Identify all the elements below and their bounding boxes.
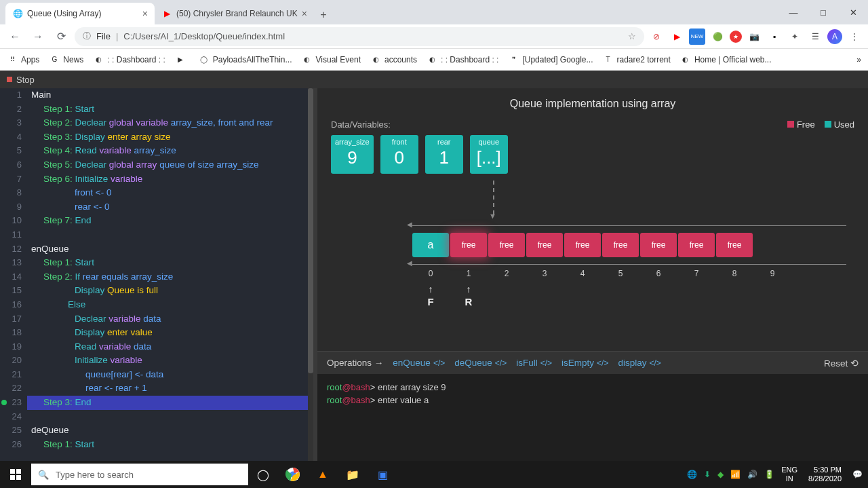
start-button[interactable] [0, 461, 31, 488]
bookmark-label: Apps [21, 55, 39, 64]
operation-button[interactable]: display </> [618, 358, 660, 368]
terminal-line: root@bash> enter array size 9 [327, 381, 859, 394]
array-index: 4 [564, 269, 601, 278]
array-index: 9 [754, 269, 791, 278]
app-root: Stop 12345678910111213141516171819202122… [0, 71, 868, 461]
control-bar: Stop [0, 71, 868, 88]
ext-icon[interactable]: ▶ [669, 29, 685, 45]
variable-box: array_size9 [331, 135, 374, 174]
profile-icon[interactable]: A [827, 29, 842, 44]
bookmark-item[interactable]: Tradare2 torrent [603, 54, 671, 65]
close-icon[interactable]: × [142, 8, 148, 19]
bookmark-item[interactable]: ◐Visual Event [302, 54, 361, 65]
bookmark-label: : : Dashboard : : [107, 55, 165, 64]
scrollbar[interactable] [308, 88, 313, 461]
bookmark-icon: ⠿ [7, 54, 18, 65]
bookmark-item[interactable]: ⠿Apps [7, 54, 39, 65]
ext-icon[interactable]: ★ [730, 31, 742, 43]
browser-tab-active[interactable]: 🌐 Queue (Using Array) × [5, 3, 155, 24]
bookmark-item[interactable]: ◐: : Dashboard : : [93, 54, 165, 65]
array-index: 1 [450, 269, 487, 278]
operation-button[interactable]: isFull </> [516, 358, 552, 368]
code-icon: </> [649, 358, 660, 368]
ext-icon[interactable]: ⊘ [648, 29, 665, 45]
bookmark-item[interactable]: ❞[Updated] Google... [508, 54, 593, 65]
extensions-icon[interactable]: ✦ [787, 29, 803, 45]
code-line: front <- 0 [27, 186, 313, 200]
forward-button[interactable]: → [28, 27, 47, 46]
app-icon[interactable]: ▣ [368, 461, 397, 488]
explorer-icon[interactable]: 📁 [338, 461, 368, 488]
tab-title: Queue (Using Array) [27, 9, 101, 18]
vlc-icon[interactable]: ▲ [308, 461, 338, 488]
battery-icon[interactable]: 🔋 [764, 470, 774, 479]
volume-icon[interactable]: 🔊 [747, 470, 757, 479]
chrome-icon[interactable] [278, 461, 308, 488]
new-tab-button[interactable]: + [314, 5, 333, 24]
bookmark-item[interactable]: ◐Home | Official web... [680, 54, 772, 65]
notifications-icon[interactable]: 💬 [852, 470, 863, 479]
stop-button[interactable]: Stop [16, 75, 35, 85]
close-icon[interactable]: × [302, 8, 307, 19]
operation-button[interactable]: enQueue </> [393, 358, 445, 368]
bookmark-item[interactable]: ◐: : Dashboard : : [427, 54, 498, 65]
code-line [27, 228, 313, 242]
tray-icon[interactable]: 🌐 [687, 470, 697, 479]
ext-icon[interactable]: 🟢 [709, 29, 726, 45]
var-name: rear [429, 138, 459, 146]
bookmark-icon: T [603, 54, 614, 65]
ext-icon[interactable]: ▪ [766, 29, 783, 45]
var-value: 0 [384, 147, 414, 168]
var-name: array_size [335, 138, 370, 146]
close-button[interactable]: ✕ [838, 0, 868, 24]
pointer-slot [678, 284, 715, 307]
bookmark-item[interactable]: GNews [49, 54, 83, 65]
visualization-panel: Queue implementation using array Data/Va… [317, 88, 868, 461]
code-icon: </> [495, 358, 507, 368]
reset-button[interactable]: Reset ⟲ [824, 358, 859, 369]
bookmark-icon: ◐ [302, 54, 313, 65]
minimize-button[interactable]: — [778, 0, 808, 24]
code-line: enQueue [27, 242, 313, 257]
maximize-button[interactable]: □ [808, 0, 838, 24]
legend-used-label: Used [834, 119, 854, 130]
var-value: [...] [474, 147, 504, 168]
readinglist-icon[interactable]: ☰ [807, 29, 823, 45]
bookmarks-overflow[interactable]: » [856, 55, 861, 64]
data-variables-label: Data/Variables: [331, 119, 391, 130]
url-input[interactable]: ⓘ File | C:/Users/AI_1/Desktop/Queue/ind… [75, 27, 644, 46]
tab-title: (50) Chrysler Brand Relaunch UK [176, 9, 298, 18]
bookmark-icon: ▶ [175, 54, 186, 65]
pointer-slot [526, 284, 563, 307]
bookmark-item[interactable]: ▶ [175, 54, 189, 65]
array-index: 2 [488, 269, 525, 278]
ext-icon[interactable]: NEW [689, 29, 705, 45]
code-line: Step 5: Declear global array queue of si… [27, 158, 313, 172]
cortana-icon[interactable]: ◯ [248, 461, 278, 488]
terminal[interactable]: root@bash> enter array size 9root@bash> … [317, 374, 868, 461]
tray-lang[interactable]: ENG [781, 466, 797, 474]
browser-tab-inactive[interactable]: ▶ (50) Chrysler Brand Relaunch UK × [155, 3, 314, 24]
taskbar-search[interactable]: 🔍 Type here to search [31, 464, 248, 485]
wifi-icon[interactable]: 📶 [730, 470, 741, 479]
legend-used-swatch [825, 121, 831, 128]
star-icon[interactable]: ☆ [628, 31, 636, 41]
bookmark-item[interactable]: ◯PayloadsAllTheThin... [199, 54, 292, 65]
code-line: Declear variable data [27, 312, 313, 326]
code-line: rear <- rear + 1 [27, 381, 313, 396]
tray-icon[interactable]: ◆ [717, 470, 724, 479]
bookmark-label: : : Dashboard : : [441, 55, 498, 64]
terminal-line: root@bash> enter value a [327, 394, 859, 407]
ext-icon[interactable]: 📷 [746, 29, 762, 45]
reload-button[interactable]: ⟳ [52, 27, 71, 46]
tray-icon[interactable]: ⬇ [704, 470, 711, 479]
operations-label: Operations → [327, 358, 383, 368]
tray-time[interactable]: 5:30 PM [808, 466, 842, 474]
operation-button[interactable]: isEmpty </> [561, 358, 608, 368]
back-button[interactable]: ← [5, 27, 24, 46]
svg-rect-3 [16, 475, 21, 480]
operation-button[interactable]: deQueue </> [454, 358, 507, 368]
operations-bar: Operations → enQueue </>deQueue </>isFul… [317, 351, 868, 374]
menu-icon[interactable]: ⋮ [846, 29, 863, 45]
bookmark-item[interactable]: ◐accounts [370, 54, 417, 65]
